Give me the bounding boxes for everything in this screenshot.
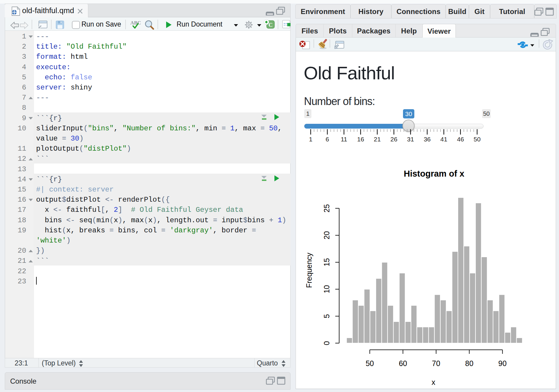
svg-text:20: 20 (322, 231, 331, 240)
svg-text:80: 80 (465, 359, 473, 368)
svg-text:50: 50 (366, 359, 374, 368)
svg-text:15: 15 (322, 258, 331, 266)
svg-text:6: 6 (325, 136, 329, 143)
svg-text:0: 0 (322, 341, 331, 345)
svg-text:25: 25 (322, 204, 331, 212)
svg-text:x: x (432, 378, 436, 386)
svg-text:26: 26 (390, 136, 397, 143)
svg-text:70: 70 (432, 359, 440, 368)
svg-text:C: C (268, 22, 273, 28)
svg-text:21: 21 (374, 136, 381, 143)
svg-text:10: 10 (322, 285, 331, 293)
svg-text:46: 46 (457, 136, 464, 143)
svg-text:Histogram of x: Histogram of x (404, 169, 464, 178)
svg-text:1: 1 (309, 136, 313, 143)
svg-text:ABC: ABC (130, 20, 141, 26)
svg-text:Frequency: Frequency (305, 252, 313, 288)
svg-text:90: 90 (498, 359, 507, 368)
svg-text:36: 36 (424, 136, 430, 143)
svg-text:41: 41 (440, 136, 447, 143)
svg-text:5: 5 (322, 314, 331, 318)
svg-text:50: 50 (474, 136, 481, 143)
svg-text:11: 11 (341, 136, 347, 143)
svg-text:16: 16 (357, 136, 364, 143)
svg-text:31: 31 (407, 136, 414, 143)
svg-text:60: 60 (399, 359, 407, 368)
